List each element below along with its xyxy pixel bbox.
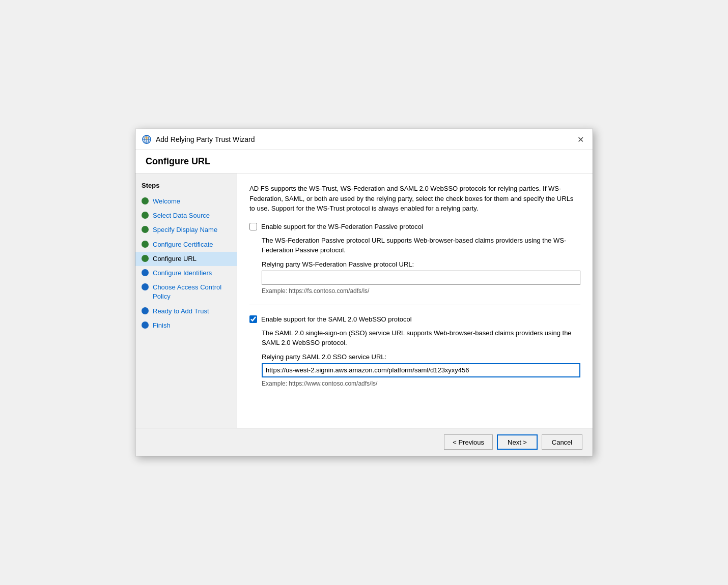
sidebar-item-finish[interactable]: Finish (135, 318, 237, 333)
saml-sub-description: The SAML 2.0 single-sign-on (SSO) servic… (262, 328, 580, 348)
step-dot-choose-access-control (142, 283, 149, 290)
steps-label: Steps (135, 182, 237, 194)
sidebar-label-configure-identifiers: Configure Identifiers (153, 269, 212, 278)
wsfed-sub-description: The WS-Federation Passive protocol URL s… (262, 236, 580, 255)
page-title: Configure URL (135, 150, 593, 173)
wsfed-checkbox-label[interactable]: Enable support for the WS-Federation Pas… (261, 223, 423, 230)
sidebar: Steps Welcome Select Data Source Specify… (135, 173, 237, 428)
step-dot-finish (142, 321, 149, 329)
sidebar-item-configure-certificate[interactable]: Configure Certificate (135, 238, 237, 252)
sidebar-item-ready-to-add[interactable]: Ready to Add Trust (135, 304, 237, 318)
title-bar-left: Add Relying Party Trust Wizard (142, 134, 255, 144)
sidebar-item-specify-display-name[interactable]: Specify Display Name (135, 223, 237, 237)
step-dot-ready-to-add (142, 307, 149, 314)
wsfed-indent: The WS-Federation Passive protocol URL s… (262, 236, 580, 295)
wsfed-url-input[interactable] (262, 271, 580, 285)
saml-indent: The SAML 2.0 single-sign-on (SSO) servic… (262, 328, 580, 387)
wsfed-example: Example: https://fs.contoso.com/adfs/ls/ (262, 287, 580, 295)
content-area: Steps Welcome Select Data Source Specify… (135, 173, 593, 428)
step-dot-specify-display-name (142, 226, 149, 233)
wsfed-field-label: Relying party WS-Federation Passive prot… (262, 260, 580, 268)
saml-field-label: Relying party SAML 2.0 SSO service URL: (262, 353, 580, 361)
sidebar-label-ready-to-add: Ready to Add Trust (153, 307, 209, 316)
next-button[interactable]: Next > (497, 434, 538, 450)
main-description: AD FS supports the WS-Trust, WS-Federati… (249, 184, 580, 214)
step-dot-configure-certificate (142, 241, 149, 248)
step-dot-select-data-source (142, 212, 149, 219)
saml-checkbox-label[interactable]: Enable support for the SAML 2.0 WebSSO p… (261, 315, 412, 323)
sidebar-item-configure-url[interactable]: Configure URL (135, 252, 237, 266)
sidebar-label-choose-access-control: Choose Access Control Policy (153, 283, 231, 301)
sidebar-label-welcome: Welcome (153, 197, 180, 206)
step-dot-configure-identifiers (142, 269, 149, 276)
saml-example: Example: https://www.contoso.com/adfs/ls… (262, 380, 580, 387)
close-button[interactable]: ✕ (574, 133, 586, 145)
step-dot-configure-url (142, 255, 149, 262)
dialog-window: Add Relying Party Trust Wizard ✕ Configu… (135, 129, 593, 456)
cancel-button[interactable]: Cancel (542, 434, 582, 450)
saml-checkbox[interactable] (249, 315, 257, 323)
sidebar-item-configure-identifiers[interactable]: Configure Identifiers (135, 266, 237, 280)
saml-section: Enable support for the SAML 2.0 WebSSO p… (249, 315, 580, 387)
previous-button[interactable]: < Previous (444, 434, 493, 450)
wsfed-checkbox-row: Enable support for the WS-Federation Pas… (249, 223, 580, 230)
sidebar-item-welcome[interactable]: Welcome (135, 194, 237, 209)
sidebar-label-configure-certificate: Configure Certificate (153, 240, 213, 249)
dialog-footer: < Previous Next > Cancel (135, 428, 593, 456)
sidebar-label-specify-display-name: Specify Display Name (153, 225, 217, 235)
sidebar-item-choose-access-control[interactable]: Choose Access Control Policy (135, 280, 237, 304)
dialog-title: Add Relying Party Trust Wizard (156, 135, 255, 143)
sidebar-item-select-data-source[interactable]: Select Data Source (135, 209, 237, 223)
step-dot-welcome (142, 197, 149, 204)
sidebar-label-finish: Finish (153, 321, 171, 330)
wizard-icon (142, 134, 152, 144)
sidebar-label-configure-url: Configure URL (153, 254, 197, 264)
saml-checkbox-row: Enable support for the SAML 2.0 WebSSO p… (249, 315, 580, 323)
saml-url-input[interactable] (262, 363, 580, 377)
section-separator (249, 305, 580, 305)
main-content: AD FS supports the WS-Trust, WS-Federati… (237, 173, 593, 428)
wsfed-checkbox[interactable] (249, 223, 257, 230)
wsfed-section: Enable support for the WS-Federation Pas… (249, 223, 580, 295)
sidebar-label-select-data-source: Select Data Source (153, 211, 210, 220)
title-bar: Add Relying Party Trust Wizard ✕ (135, 129, 593, 150)
